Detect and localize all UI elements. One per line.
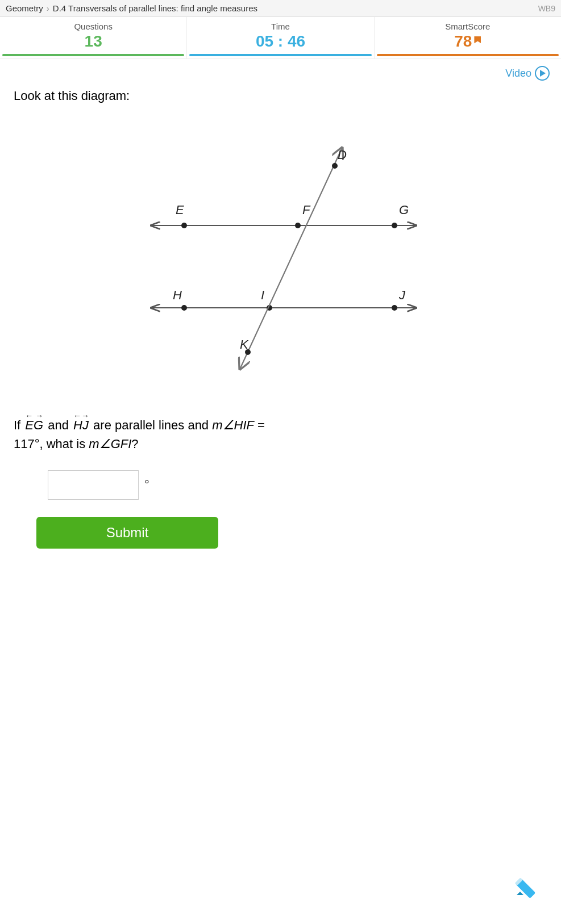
stats-bar: Questions 13 Time 05 : 46 SmartScore 78	[0, 17, 561, 59]
smartscore-label: SmartScore	[445, 22, 490, 31]
svg-text:D: D	[338, 148, 347, 162]
geometry-diagram: E F G H I J D	[116, 115, 446, 399]
video-label: Video	[505, 68, 531, 80]
stat-questions: Questions 13	[0, 17, 187, 58]
svg-marker-20	[517, 892, 523, 895]
pencil-icon	[514, 870, 544, 900]
breadcrumb-subject[interactable]: Geometry	[6, 3, 43, 13]
svg-point-5	[392, 223, 397, 228]
svg-point-8	[181, 305, 187, 311]
hj-notation: ←→ HJ	[73, 416, 89, 434]
degree-symbol: °	[144, 478, 149, 492]
play-circle-icon	[535, 66, 550, 81]
eg-notation: ←→ EG	[25, 416, 43, 434]
stat-time: Time 05 : 46	[187, 17, 374, 58]
svg-text:G: G	[399, 203, 409, 217]
video-link[interactable]: Video	[505, 66, 550, 81]
breadcrumb-lesson: D.4 Transversals of parallel lines: find…	[53, 3, 538, 13]
time-label: Time	[271, 22, 290, 31]
flag-icon	[474, 36, 481, 47]
time-value: 05 : 46	[256, 32, 305, 51]
questions-label: Questions	[74, 22, 113, 31]
video-row: Video	[0, 59, 561, 83]
smartscore-value: 78	[454, 32, 481, 51]
svg-point-12	[392, 305, 397, 311]
svg-text:F: F	[302, 203, 311, 217]
svg-text:E: E	[176, 203, 184, 217]
breadcrumb: Geometry › D.4 Transversals of parallel …	[0, 0, 561, 17]
svg-text:J: J	[398, 288, 406, 302]
breadcrumb-code: WB9	[538, 4, 555, 13]
svg-point-15	[332, 163, 338, 169]
answer-input[interactable]	[48, 470, 139, 500]
smartscore-bar	[377, 54, 559, 56]
stat-smartscore: SmartScore 78	[375, 17, 561, 58]
svg-point-3	[295, 223, 301, 228]
main-content: Look at this diagram:	[0, 83, 561, 566]
question-text: If ←→ EG and ←→ HJ are parallel lines an…	[14, 416, 547, 453]
questions-value: 13	[85, 32, 102, 51]
diagram-container: E F G H I J D	[14, 115, 547, 399]
svg-text:I: I	[261, 288, 264, 302]
pencil-button[interactable]	[514, 870, 544, 901]
svg-line-14	[240, 148, 342, 369]
submit-button[interactable]: Submit	[36, 517, 218, 549]
svg-point-1	[181, 223, 187, 228]
answer-row: °	[14, 470, 547, 500]
time-bar	[189, 54, 371, 56]
svg-text:K: K	[240, 337, 249, 352]
play-triangle-icon	[540, 70, 546, 77]
questions-bar	[2, 54, 184, 56]
diagram-instruction: Look at this diagram:	[14, 89, 547, 103]
svg-text:H: H	[173, 288, 182, 302]
breadcrumb-chevron-icon: ›	[47, 3, 49, 13]
